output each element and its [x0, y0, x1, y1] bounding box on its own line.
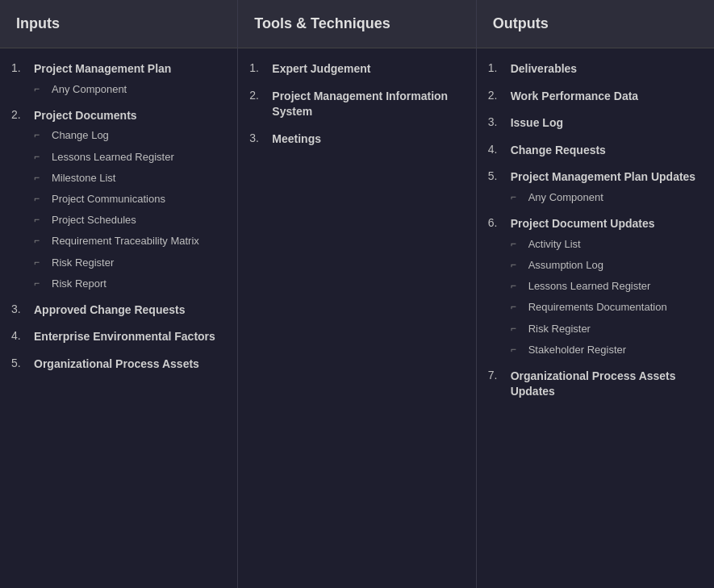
sub-item: ⌐Milestone List: [34, 171, 226, 186]
sub-list: ⌐Any Component: [511, 190, 703, 205]
sub-item-text: Risk Register: [528, 322, 591, 336]
list-item: 2.Project Documents⌐Change Log⌐Lessons L…: [11, 108, 226, 291]
list-item: 5.Project Management Plan Updates⌐Any Co…: [488, 169, 703, 205]
item-text: Change Requests: [511, 143, 606, 159]
list-item-main: 7.Organizational Process Assets Updates: [488, 369, 703, 400]
item-number: 2.: [488, 89, 504, 102]
column-tools: Tools & Techniques1.Expert Judgement2.Pr…: [238, 0, 475, 588]
sub-item-text: Project Communications: [52, 192, 165, 206]
list-item: 3.Issue Log: [488, 115, 703, 131]
list-item-main: 2.Project Documents: [11, 108, 226, 124]
sub-item-corner-icon: ⌐: [511, 191, 524, 202]
sub-item-text: Risk Register: [52, 256, 114, 270]
sub-item: ⌐Activity List: [511, 237, 703, 252]
sub-item: ⌐Project Schedules: [34, 213, 226, 227]
item-number: 2.: [11, 108, 27, 121]
list-item: 1.Project Management Plan⌐Any Component: [11, 61, 226, 97]
sub-item-corner-icon: ⌐: [34, 277, 47, 289]
list-item-main: 3.Meetings: [249, 131, 464, 148]
list-item-main: 1.Deliverables: [488, 61, 703, 77]
sub-item-text: Assumption Log: [528, 258, 603, 273]
sub-item: ⌐Stakeholder Register: [511, 343, 703, 357]
sub-item-corner-icon: ⌐: [34, 235, 47, 246]
list-item-main: 4.Enterprise Environmental Factors: [11, 329, 226, 345]
sub-item-corner-icon: ⌐: [511, 280, 524, 291]
item-number: 1.: [488, 61, 504, 74]
main-container: Inputs1.Project Management Plan⌐Any Comp…: [0, 0, 714, 588]
sub-item: ⌐Any Component: [34, 82, 226, 97]
item-text: Work Performance Data: [511, 89, 638, 105]
list-item: 4.Enterprise Environmental Factors: [11, 329, 226, 345]
sub-item-text: Change Log: [52, 128, 109, 143]
list-item: 2.Work Performance Data: [488, 89, 703, 105]
item-text: Organizational Process Assets Updates: [511, 369, 703, 400]
sub-item-text: Milestone List: [52, 171, 115, 186]
list-item-main: 4.Change Requests: [488, 143, 703, 159]
item-number: 6.: [488, 216, 504, 229]
list-item-main: 3.Approved Change Requests: [11, 302, 226, 319]
list-item-main: 6.Project Document Updates: [488, 216, 703, 232]
list-item: 3.Meetings: [249, 131, 464, 148]
item-text: Project Management Plan: [34, 61, 171, 77]
item-text: Project Documents: [34, 108, 137, 124]
sub-item-corner-icon: ⌐: [34, 214, 47, 225]
sub-item: ⌐Any Component: [511, 190, 703, 205]
sub-item-corner-icon: ⌐: [34, 256, 47, 268]
tools-header: Tools & Techniques: [238, 0, 475, 48]
outputs-body: 1.Deliverables2.Work Performance Data3.I…: [477, 48, 714, 588]
sub-item: ⌐Assumption Log: [511, 258, 703, 273]
column-inputs: Inputs1.Project Management Plan⌐Any Comp…: [0, 0, 237, 588]
column-outputs: Outputs1.Deliverables2.Work Performance …: [477, 0, 714, 588]
sub-item: ⌐Lessons Learned Register: [511, 279, 703, 294]
sub-item: ⌐Requirements Documentation: [511, 300, 703, 315]
item-text: Project Management Plan Updates: [511, 169, 696, 186]
list-item-main: 3.Issue Log: [488, 115, 703, 131]
item-text: Enterprise Environmental Factors: [34, 329, 215, 345]
sub-item-text: Requirement Traceability Matrix: [52, 234, 199, 248]
item-number: 4.: [488, 143, 504, 156]
sub-list: ⌐Activity List⌐Assumption Log⌐Lessons Le…: [511, 237, 703, 357]
item-number: 7.: [488, 369, 504, 382]
item-text: Issue Log: [511, 115, 563, 131]
sub-item-text: Any Component: [528, 190, 603, 205]
list-item: 1.Deliverables: [488, 61, 703, 77]
item-number: 4.: [11, 329, 27, 342]
sub-item: ⌐Risk Register: [511, 322, 703, 336]
sub-item-text: Lessons Learned Register: [52, 150, 174, 165]
item-text: Deliverables: [511, 61, 578, 77]
sub-item: ⌐Project Communications: [34, 192, 226, 206]
item-number: 1.: [249, 61, 265, 74]
item-number: 2.: [249, 89, 265, 102]
list-item-main: 5.Organizational Process Assets: [11, 357, 226, 373]
sub-item-corner-icon: ⌐: [511, 301, 524, 312]
item-text: Approved Change Requests: [34, 302, 185, 319]
sub-item-text: Risk Report: [52, 277, 106, 291]
item-text: Organizational Process Assets: [34, 357, 199, 373]
item-number: 3.: [249, 131, 265, 144]
sub-item-corner-icon: ⌐: [34, 172, 47, 183]
sub-item-text: Lessons Learned Register: [528, 279, 651, 294]
list-item-main: 1.Expert Judgement: [249, 61, 464, 77]
sub-item: ⌐Risk Register: [34, 256, 226, 270]
sub-item: ⌐Risk Report: [34, 277, 226, 291]
inputs-header: Inputs: [0, 0, 237, 48]
list-item: 7.Organizational Process Assets Updates: [488, 369, 703, 400]
item-number: 5.: [11, 357, 27, 369]
list-item: 1.Expert Judgement: [249, 61, 464, 77]
inputs-body: 1.Project Management Plan⌐Any Component2…: [0, 48, 237, 588]
sub-item-corner-icon: ⌐: [511, 259, 524, 270]
sub-list: ⌐Change Log⌐Lessons Learned Register⌐Mil…: [34, 128, 226, 291]
sub-item-text: Project Schedules: [52, 213, 136, 227]
list-item: 5.Organizational Process Assets: [11, 357, 226, 373]
item-number: 3.: [488, 115, 504, 128]
item-text: Project Management Information System: [272, 89, 464, 120]
sub-item-corner-icon: ⌐: [511, 344, 524, 355]
sub-item-corner-icon: ⌐: [511, 323, 524, 334]
item-number: 5.: [488, 169, 504, 182]
list-item-main: 5.Project Management Plan Updates: [488, 169, 703, 186]
sub-item-text: Stakeholder Register: [528, 343, 626, 357]
list-item: 3.Approved Change Requests: [11, 302, 226, 319]
sub-item: ⌐Change Log: [34, 128, 226, 143]
list-item: 6.Project Document Updates⌐Activity List…: [488, 216, 703, 357]
list-item: 2.Project Management Information System: [249, 89, 464, 120]
